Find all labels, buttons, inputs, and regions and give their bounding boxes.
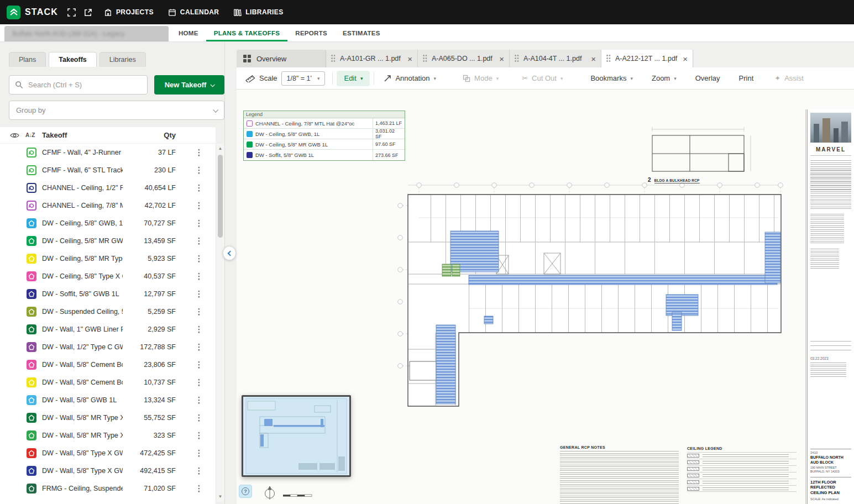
bookmarks-button[interactable]: Bookmarks ▾ [585, 71, 638, 86]
takeoff-type-icon [27, 271, 36, 281]
project-nav-tab[interactable]: PLANS & TAKEOFFS [206, 24, 288, 41]
document-tab[interactable]: A-A212-12T ... 1.pdf × [601, 50, 693, 67]
kebab-menu-icon[interactable]: ⋮ [192, 448, 206, 458]
annotation-button[interactable]: Annotation ▾ [378, 71, 442, 86]
takeoff-list-item[interactable]: DW - Wall, 5/8" Cement Boar... 10,737 SF… [0, 374, 216, 391]
drag-handle-icon[interactable] [515, 55, 520, 63]
legend-label: DW - Ceiling, 5/8" GWB, 1L [255, 131, 373, 137]
kebab-menu-icon[interactable]: ⋮ [192, 342, 206, 352]
nav-projects[interactable]: PROJECTS [97, 0, 161, 24]
document-tab[interactable]: A-A065-DO ... 1.pdf × [418, 50, 510, 67]
sheet-title: 12TH FLOOR REFLECTED CEILING PLAN [810, 477, 851, 495]
sidebar-tab[interactable]: Plans [9, 52, 46, 67]
kebab-menu-icon[interactable]: ⋮ [192, 148, 206, 158]
kebab-menu-icon[interactable]: ⋮ [192, 271, 206, 281]
firm-name: MARVEL [810, 146, 851, 156]
takeoff-list-item[interactable]: CHANNEL - Ceiling, 7/8" MT... 42,702 LF … [0, 197, 216, 214]
kebab-menu-icon[interactable]: ⋮ [192, 165, 206, 175]
sidebar-tab[interactable]: Libraries [99, 52, 146, 67]
takeoff-list-item[interactable]: DW - Wall, 5/8" MR Type X ... 55,752 SF … [0, 409, 216, 427]
kebab-menu-icon[interactable]: ⋮ [192, 377, 206, 387]
takeoff-list-item[interactable]: DW - Wall, 1" GWB Liner Pane... 2,929 SF… [0, 321, 216, 338]
takeoff-list-item[interactable]: DW - Wall, 5/8" MR Type X GW... 323 SF ⋮ [0, 427, 216, 444]
kebab-menu-icon[interactable]: ⋮ [192, 218, 206, 228]
plan-canvas[interactable]: Legend CHANNEL - Ceiling, 7/8" MTL Hat @… [237, 90, 854, 504]
close-tab-icon[interactable]: × [591, 54, 596, 64]
takeoff-list-item[interactable]: CFMF - Wall, 4" J-Runner 37 LF ⋮ [0, 144, 216, 161]
takeoff-list-item[interactable]: DW - Soffit, 5/8" GWB 1L 12,797 SF ⋮ [0, 285, 216, 303]
takeoff-list-item[interactable]: DW - Wall, 1/2" Type C GWB... 172,788 SF… [0, 338, 216, 356]
takeoff-list-item[interactable]: CFMF - Wall, 6" STL Track 230 LF ⋮ [0, 161, 216, 179]
stack-app: STACK PROJECTS CALENDAR LIBRARIES Buffal… [0, 0, 854, 504]
kebab-menu-icon[interactable]: ⋮ [192, 201, 206, 211]
help-button[interactable]: ? [239, 485, 252, 498]
edit-mode-button[interactable]: Edit ▾ [337, 71, 370, 86]
document-tab-label: A-A065-DO ... 1.pdf [432, 55, 497, 62]
close-tab-icon[interactable]: × [683, 54, 688, 64]
takeoff-list-item[interactable]: FRMG - Ceiling, Suspended... 71,020 SF ⋮ [0, 480, 216, 497]
sidebar-tab[interactable]: Takeoffs [49, 52, 96, 67]
kebab-menu-icon[interactable]: ⋮ [192, 236, 206, 246]
scrollbar-thumb[interactable] [218, 155, 223, 238]
kebab-menu-icon[interactable]: ⋮ [192, 413, 206, 423]
sheet-scale-note: SCALE: As indicated [810, 497, 851, 501]
takeoff-qty: 55,752 SF [125, 414, 176, 422]
nav-libraries[interactable]: LIBRARIES [226, 0, 290, 24]
takeoff-list-item[interactable]: CHANNEL - Ceiling, 1/2" Res... 40,654 LF… [0, 179, 216, 197]
minimap-thumbnail[interactable] [242, 395, 351, 477]
close-tab-icon[interactable]: × [499, 54, 504, 64]
drag-handle-icon[interactable] [423, 55, 428, 63]
search-input[interactable] [28, 81, 142, 89]
new-takeoff-button[interactable]: New Takeoff [154, 75, 224, 95]
takeoff-list-item[interactable]: DW - Ceiling, 5/8" Type X G... 40,537 SF… [0, 267, 216, 285]
close-tab-icon[interactable]: × [407, 54, 412, 64]
kebab-menu-icon[interactable]: ⋮ [192, 360, 206, 370]
expand-icon[interactable] [64, 4, 80, 20]
overlay-button[interactable]: Overlay [690, 71, 726, 86]
sidebar-scrollbar[interactable]: ▲ ▼ [216, 144, 224, 502]
kebab-menu-icon[interactable]: ⋮ [192, 183, 206, 193]
takeoff-list-item[interactable]: DW - Wall, 5/8" GWB 1L 13,324 SF ⋮ [0, 391, 216, 409]
scale-select[interactable]: 1/8" = 1' ▾ [281, 71, 326, 86]
drag-handle-icon[interactable] [331, 55, 336, 63]
sort-az-icon[interactable]: A↓Z [25, 132, 39, 138]
scroll-up-icon[interactable]: ▲ [216, 145, 224, 153]
project-nav-tab[interactable]: HOME [171, 24, 206, 41]
group-by-select[interactable]: Group by [9, 101, 224, 120]
sidebar-collapse-button[interactable] [223, 246, 236, 260]
visibility-eye-icon[interactable] [10, 132, 22, 139]
kebab-menu-icon[interactable]: ⋮ [192, 289, 206, 299]
takeoff-list-item[interactable]: DW - Wall, 5/8" Cement Boa... 23,806 SF … [0, 356, 216, 374]
kebab-menu-icon[interactable]: ⋮ [192, 307, 206, 317]
kebab-menu-icon[interactable]: ⋮ [192, 431, 206, 440]
project-nav-tab[interactable]: REPORTS [287, 24, 335, 41]
takeoff-list-item[interactable]: DW - Ceiling, 5/8" MR Type X... 5,923 SF… [0, 250, 216, 267]
kebab-menu-icon[interactable]: ⋮ [192, 484, 206, 494]
drag-handle-icon[interactable] [606, 55, 611, 63]
takeoff-label: DW - Wall, 5/8" Cement Boa... [42, 361, 123, 369]
kebab-menu-icon[interactable]: ⋮ [192, 466, 206, 476]
zoom-button[interactable]: Zoom ▾ [646, 71, 682, 86]
external-link-icon[interactable] [80, 4, 97, 20]
kebab-menu-icon[interactable]: ⋮ [192, 254, 206, 264]
print-button[interactable]: Print [734, 71, 759, 86]
takeoff-legend[interactable]: Legend CHANNEL - Ceiling, 7/8" MTL Hat @… [243, 111, 405, 161]
stack-logo[interactable]: STACK [7, 6, 58, 19]
title-block: MARVEL 03.22.2023 2410 BUFFALO NORTH AUD… [807, 109, 854, 504]
nav-calendar[interactable]: CALENDAR [161, 0, 227, 24]
mode-icon [463, 75, 470, 82]
takeoff-list-item[interactable]: DW - Wall, 5/8" Type X GW... 472,425 SF … [0, 444, 216, 462]
takeoff-list-item[interactable]: DW - Ceiling, 5/8" GWB, 1L 70,727 SF ⋮ [0, 214, 216, 232]
kebab-menu-icon[interactable]: ⋮ [192, 395, 206, 405]
project-nav-tab[interactable]: ESTIMATES [335, 24, 388, 41]
takeoff-list-item[interactable]: DW - Wall, 5/8" Type X GW... 492,415 SF … [0, 462, 216, 480]
document-tab[interactable]: A-A104-4T ... 1.pdf × [510, 50, 601, 67]
scroll-down-icon[interactable]: ▼ [216, 493, 224, 501]
kebab-menu-icon[interactable]: ⋮ [192, 324, 206, 334]
document-tab[interactable]: A-A101-GR ... 1.pdf × [326, 50, 418, 67]
project-tab[interactable]: Buffalo North AUD (J68-31A) - Legacy [4, 26, 169, 41]
project-address-2: BUFFALO, NY 14203 [810, 470, 851, 474]
overview-tab[interactable]: Overview [237, 50, 326, 67]
takeoff-list-item[interactable]: DW - Suspended Ceiling, 5/8... 5,259 SF … [0, 303, 216, 321]
takeoff-list-item[interactable]: DW - Ceiling, 5/8" MR GWB 1L 13,459 SF ⋮ [0, 232, 216, 250]
